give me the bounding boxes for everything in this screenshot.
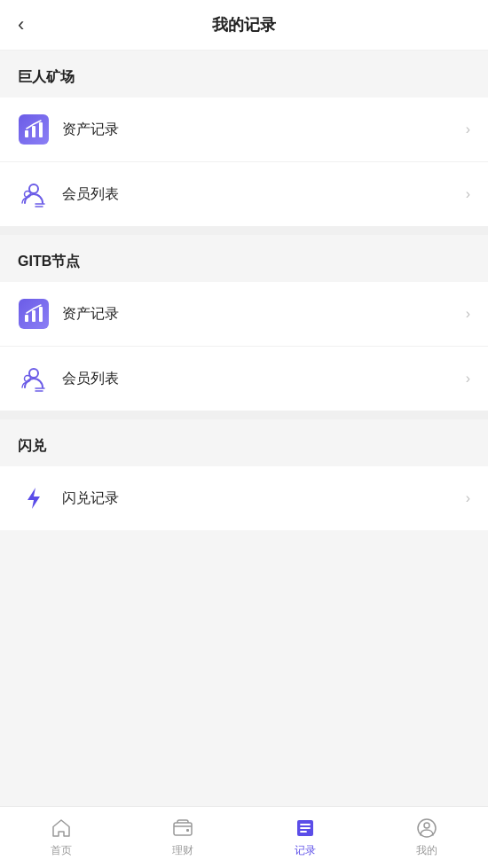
member-list-label-2: 会员列表 [62, 370, 459, 388]
section-items-giant-mine: 资产记录 › [0, 98, 488, 226]
page: ‹ 我的记录 巨人矿场 [0, 0, 488, 868]
list-item-asset-record-1[interactable]: 资产记录 › [0, 98, 488, 162]
flash-icon [18, 482, 50, 514]
nav-item-mine[interactable]: 我的 [366, 807, 489, 868]
svg-rect-1 [32, 126, 35, 137]
asset-record-label-2: 资产记录 [62, 305, 459, 324]
section-gitb: GITB节点 资产记录 [0, 235, 488, 411]
section-title-giant-mine: 巨人矿场 [0, 68, 488, 98]
svg-rect-8 [32, 310, 35, 322]
chevron-icon-4: › [466, 371, 470, 387]
user-icon-2 [18, 363, 50, 395]
list-item-member-list-2[interactable]: 会员列表 › [0, 347, 488, 411]
home-icon [50, 817, 73, 840]
section-divider-2 [0, 411, 488, 419]
nav-item-records[interactable]: 记录 [244, 807, 366, 868]
empty-area [0, 530, 488, 708]
chart-icon-2 [18, 298, 50, 330]
chevron-icon-1: › [466, 121, 470, 137]
page-title: 我的记录 [212, 14, 276, 35]
bottom-nav: 首页 理财 [0, 806, 488, 868]
home-label: 首页 [51, 843, 72, 858]
section-items-gitb: 资产记录 › [0, 282, 488, 411]
chevron-icon-2: › [466, 186, 470, 202]
svg-rect-0 [25, 130, 28, 137]
svg-point-22 [424, 823, 429, 828]
svg-rect-2 [39, 122, 43, 137]
profile-icon [415, 817, 438, 840]
section-title-flash: 闪兑 [0, 437, 488, 466]
chart-icon-1 [18, 113, 50, 145]
user-icon-1 [18, 178, 50, 210]
records-icon [294, 817, 317, 840]
header: ‹ 我的记录 [0, 0, 488, 51]
member-list-label-1: 会员列表 [62, 185, 459, 204]
section-giant-mine: 巨人矿场 资产记录 [0, 51, 488, 226]
main-content: 巨人矿场 资产记录 [0, 51, 488, 868]
finance-label: 理财 [172, 843, 193, 858]
svg-rect-7 [25, 315, 28, 322]
svg-rect-16 [186, 829, 189, 832]
list-item-asset-record-2[interactable]: 资产记录 › [0, 282, 488, 347]
section-flash: 闪兑 闪兑记录 › [0, 419, 488, 530]
back-button[interactable]: ‹ [18, 13, 24, 36]
asset-record-label-1: 资产记录 [62, 121, 459, 139]
wallet-icon [171, 817, 194, 840]
list-item-member-list-1[interactable]: 会员列表 › [0, 162, 488, 226]
section-title-gitb: GITB节点 [0, 253, 488, 282]
svg-rect-15 [174, 823, 192, 835]
svg-rect-9 [39, 307, 43, 322]
nav-item-home[interactable]: 首页 [0, 807, 122, 868]
mine-label: 我的 [416, 843, 437, 858]
nav-item-finance[interactable]: 理财 [122, 807, 245, 868]
chevron-icon-3: › [466, 306, 470, 322]
svg-point-10 [29, 369, 38, 378]
records-label: 记录 [295, 843, 316, 858]
section-items-flash: 闪兑记录 › [0, 466, 488, 530]
svg-marker-14 [28, 488, 40, 509]
chevron-icon-5: › [466, 490, 470, 506]
flash-record-label: 闪兑记录 [62, 489, 459, 508]
list-item-flash-record[interactable]: 闪兑记录 › [0, 466, 488, 530]
svg-point-3 [29, 184, 38, 193]
section-divider-1 [0, 226, 488, 235]
